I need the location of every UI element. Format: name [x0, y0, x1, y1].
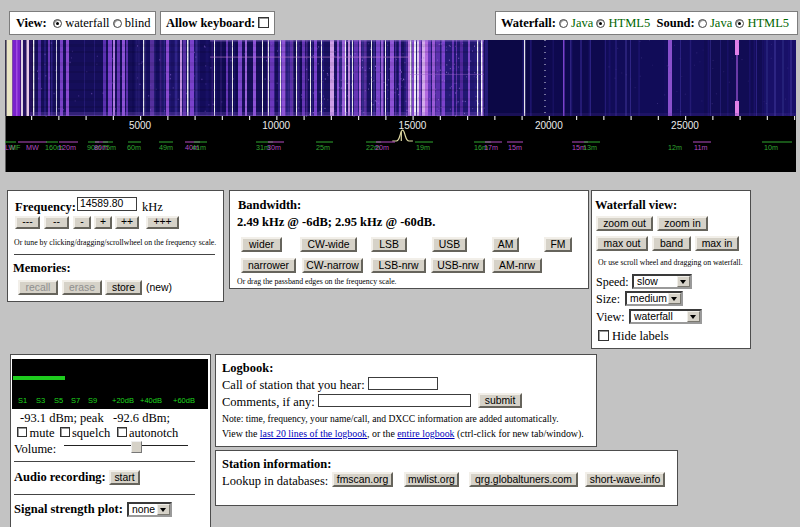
svg-text:15000: 15000: [399, 120, 427, 131]
svg-text:60m: 60m: [127, 143, 141, 152]
svg-text:30m: 30m: [267, 143, 281, 152]
svg-text:15m: 15m: [508, 143, 522, 152]
svg-text:49m: 49m: [159, 143, 173, 152]
svg-text:120m: 120m: [58, 143, 76, 152]
svg-text:20m: 20m: [375, 143, 389, 152]
svg-text:19m: 19m: [416, 143, 430, 152]
svg-text:10m: 10m: [764, 143, 778, 152]
svg-text:MW: MW: [26, 143, 39, 152]
svg-text:11m: 11m: [694, 143, 707, 152]
svg-text:12m: 12m: [668, 143, 682, 152]
svg-text:20000: 20000: [535, 120, 563, 131]
svg-text:41m: 41m: [192, 143, 206, 152]
svg-text:MF: MF: [10, 143, 21, 152]
svg-text:25m: 25m: [316, 143, 330, 152]
svg-text:5000: 5000: [129, 120, 152, 131]
svg-text:75m: 75m: [102, 143, 116, 152]
svg-text:17m: 17m: [484, 143, 498, 152]
svg-text:10000: 10000: [262, 120, 290, 131]
svg-text:13m: 13m: [583, 143, 597, 152]
svg-text:25000: 25000: [671, 120, 699, 131]
